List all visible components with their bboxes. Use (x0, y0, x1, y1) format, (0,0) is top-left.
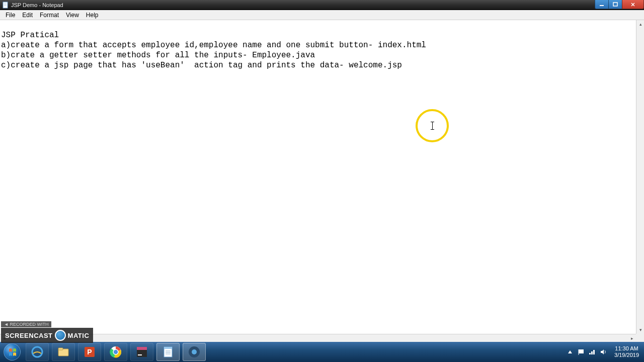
watermark-tab: ◄ RECORDED WITH (1, 321, 51, 327)
scroll-up-button[interactable]: ▴ (636, 20, 644, 28)
editor-container: JSP Pratical a)create a form that accept… (0, 20, 644, 342)
svg-rect-24 (579, 349, 584, 353)
minimize-button[interactable] (595, 0, 609, 9)
start-button[interactable] (2, 342, 22, 362)
windows-logo-icon (4, 343, 21, 360)
watermark-text-2: MATIC (68, 332, 90, 339)
svg-rect-16 (138, 354, 142, 355)
svg-point-23 (192, 349, 197, 354)
menu-edit[interactable]: Edit (19, 11, 36, 20)
watermark-logo-icon (55, 330, 66, 341)
taskbar-ie[interactable] (26, 343, 49, 361)
svg-rect-0 (3, 2, 8, 8)
taskbar-explorer[interactable] (52, 343, 75, 361)
svg-text:P: P (87, 348, 92, 356)
menu-view[interactable]: View (62, 11, 83, 20)
tray-up-icon[interactable] (566, 348, 574, 356)
taskbar: P (0, 342, 644, 362)
taskbar-notepad[interactable] (156, 343, 180, 361)
svg-rect-28 (593, 350, 595, 354)
recorder-watermark: ◄ RECORDED WITH SCREENCAST MATIC (1, 319, 93, 343)
taskbar-recorder[interactable] (183, 343, 206, 361)
horizontal-scrollbar[interactable]: ◂ ▸ (0, 334, 636, 342)
tray-clock[interactable]: 11:30 AM 3/19/2019 (611, 345, 642, 358)
svg-rect-15 (137, 347, 147, 350)
svg-rect-26 (589, 353, 591, 354)
window-title: JSP Demo - Notepad (11, 2, 595, 8)
scroll-right-button[interactable]: ▸ (628, 334, 636, 342)
tray-volume-icon[interactable] (599, 348, 607, 356)
watermark-text-1: SCREENCAST (5, 332, 53, 339)
taskbar-intellij[interactable] (130, 343, 153, 361)
tray-time-text: 11:30 AM (614, 345, 639, 352)
menu-help[interactable]: Help (83, 11, 102, 20)
svg-rect-4 (600, 5, 604, 6)
svg-rect-18 (164, 347, 172, 349)
text-editor[interactable]: JSP Pratical a)create a form that accept… (0, 20, 636, 342)
scroll-down-button[interactable]: ▾ (636, 326, 644, 334)
maximize-button[interactable] (608, 0, 622, 9)
window-controls (595, 0, 644, 9)
svg-rect-8 (58, 348, 63, 350)
window-titlebar: JSP Demo - Notepad (0, 0, 644, 10)
menu-format[interactable]: Format (36, 11, 62, 20)
menu-bar: File Edit Format View Help (0, 10, 644, 20)
tray-network-icon[interactable] (588, 348, 596, 356)
tray-flag-icon[interactable] (577, 348, 585, 356)
system-tray: 11:30 AM 3/19/2019 (566, 345, 644, 358)
svg-rect-5 (613, 3, 617, 6)
svg-rect-27 (591, 351, 593, 354)
watermark-brand: SCREENCAST MATIC (1, 328, 93, 343)
taskbar-chrome[interactable] (104, 343, 127, 361)
notepad-icon (2, 2, 9, 9)
vertical-scrollbar[interactable]: ▴ ▾ (636, 20, 644, 334)
menu-file[interactable]: File (2, 11, 19, 20)
taskbar-powerpoint[interactable]: P (78, 343, 101, 361)
tray-date-text: 3/19/2019 (614, 352, 639, 358)
scroll-corner (636, 334, 644, 342)
close-button[interactable] (622, 0, 644, 9)
